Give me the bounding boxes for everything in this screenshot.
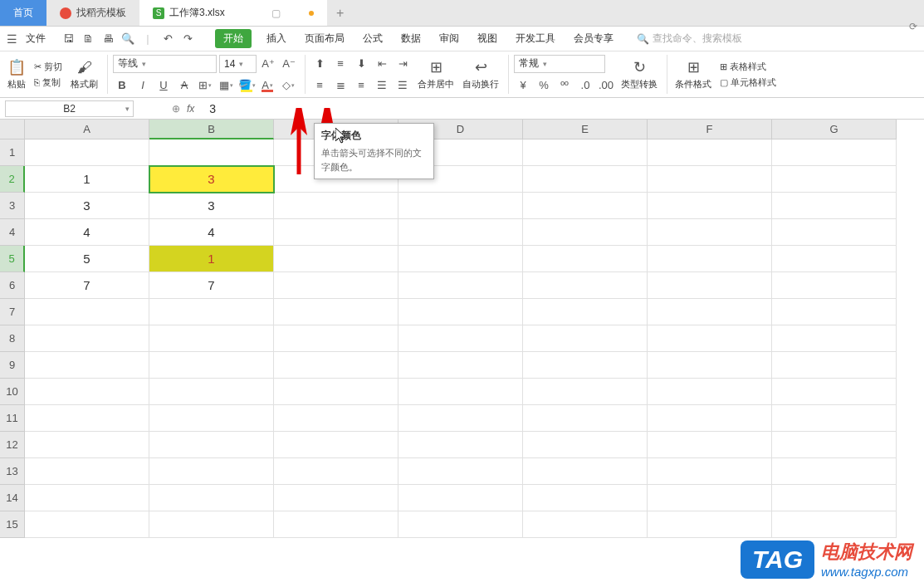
ribbon-tab-formulas[interactable]: 公式 xyxy=(359,30,386,47)
cell-G2[interactable] xyxy=(772,166,897,193)
align-bottom-icon[interactable]: ⬇ xyxy=(352,55,370,73)
align-middle-icon[interactable]: ≡ xyxy=(331,55,350,73)
tab-workbook[interactable]: S 工作簿3.xlsx ▢ xyxy=(139,0,327,26)
cell-F15[interactable] xyxy=(648,511,772,538)
table-style-button[interactable]: ⊞表格样式 xyxy=(717,60,779,74)
cell-G6[interactable] xyxy=(772,272,897,299)
copy-button[interactable]: ⎘复制 xyxy=(32,76,65,90)
border-icon[interactable]: ⊞ xyxy=(196,76,214,95)
cell-F8[interactable] xyxy=(648,325,772,352)
tab-home[interactable]: 首页 xyxy=(0,0,46,26)
cell-A15[interactable] xyxy=(25,511,149,538)
cell-G3[interactable] xyxy=(772,193,897,219)
cell-C5[interactable] xyxy=(274,246,398,272)
cell-A12[interactable] xyxy=(25,432,149,458)
cell-E8[interactable] xyxy=(523,325,648,352)
cell-D15[interactable] xyxy=(398,511,523,538)
cell-E12[interactable] xyxy=(523,432,648,458)
cell-B13[interactable] xyxy=(149,458,274,485)
cell-E4[interactable] xyxy=(523,219,648,246)
hamburger-icon[interactable]: ☰ xyxy=(7,32,17,46)
indent-decrease-icon[interactable]: ⇤ xyxy=(373,55,391,73)
cell-F13[interactable] xyxy=(648,458,772,485)
cell-E1[interactable] xyxy=(523,139,648,166)
cell-G1[interactable] xyxy=(772,139,897,166)
decrease-font-icon[interactable]: A⁻ xyxy=(280,55,298,73)
cell-G10[interactable] xyxy=(772,379,897,405)
cell-B9[interactable] xyxy=(149,352,274,379)
row-header-1[interactable]: 1 xyxy=(0,139,25,166)
save-as-icon[interactable]: 🗎 xyxy=(81,32,95,46)
cell-G5[interactable] xyxy=(772,246,897,272)
cell-E3[interactable] xyxy=(523,193,648,219)
cell-C15[interactable] xyxy=(274,511,398,538)
cell-D12[interactable] xyxy=(398,432,523,458)
bold-icon[interactable]: B xyxy=(113,76,131,95)
thousands-icon[interactable]: ºº xyxy=(555,76,574,95)
cell-F9[interactable] xyxy=(648,352,772,379)
cell-A14[interactable] xyxy=(25,485,149,511)
conditional-format-button[interactable]: ⊞ 条件格式 xyxy=(672,58,714,90)
save-icon[interactable]: 🖫 xyxy=(61,32,76,46)
cell-B6[interactable]: 7 xyxy=(149,272,274,299)
fill-color-button[interactable]: 🪣 xyxy=(237,76,256,95)
italic-icon[interactable]: I xyxy=(134,76,152,95)
cell-A11[interactable] xyxy=(25,405,149,432)
increase-decimal-icon[interactable]: .00 xyxy=(597,76,615,95)
cell-F10[interactable] xyxy=(648,379,772,405)
cell-F3[interactable] xyxy=(648,193,772,219)
cell-B5[interactable]: 1 xyxy=(149,246,274,272)
preview-icon[interactable]: 🔍 xyxy=(120,32,135,46)
cut-button[interactable]: ✂剪切 xyxy=(32,60,65,74)
row-header-11[interactable]: 11 xyxy=(0,405,25,432)
cell-C14[interactable] xyxy=(274,485,398,511)
cell-E6[interactable] xyxy=(523,272,648,299)
font-size-select[interactable]: 14 xyxy=(219,55,257,73)
cell-A7[interactable] xyxy=(25,299,149,325)
underline-icon[interactable]: U xyxy=(154,76,173,95)
cell-A3[interactable]: 3 xyxy=(25,193,149,219)
cell-G15[interactable] xyxy=(772,511,897,538)
cell-F4[interactable] xyxy=(648,219,772,246)
cell-B10[interactable] xyxy=(149,379,274,405)
ribbon-tab-data[interactable]: 数据 xyxy=(398,30,424,47)
row-header-8[interactable]: 8 xyxy=(0,325,25,352)
cell-A2[interactable]: 1 xyxy=(25,166,149,193)
format-painter-button[interactable]: 🖌 格式刷 xyxy=(68,59,100,90)
cell-style-button[interactable]: ▢单元格样式 xyxy=(717,76,779,90)
cell-B12[interactable] xyxy=(149,432,274,458)
currency-icon[interactable]: ¥ xyxy=(514,76,532,95)
cell-G9[interactable] xyxy=(772,352,897,379)
cell-F1[interactable] xyxy=(648,139,772,166)
percent-icon[interactable]: % xyxy=(535,76,553,95)
cell-D10[interactable] xyxy=(398,379,523,405)
cell-F2[interactable] xyxy=(648,166,772,193)
cell-C3[interactable] xyxy=(274,193,398,219)
cell-C10[interactable] xyxy=(274,379,398,405)
cell-fill-icon[interactable]: ▦ xyxy=(217,76,235,95)
cell-G14[interactable] xyxy=(772,485,897,511)
fx-label[interactable]: fx xyxy=(187,103,194,115)
font-select[interactable]: 等线 xyxy=(113,55,217,73)
cell-E7[interactable] xyxy=(523,299,648,325)
cell-D3[interactable] xyxy=(398,193,523,219)
cell-D4[interactable] xyxy=(398,219,523,246)
cell-B2[interactable]: 3 xyxy=(149,166,274,193)
distribute-icon[interactable]: ☰ xyxy=(394,76,412,95)
cell-B15[interactable] xyxy=(149,511,274,538)
ribbon-tab-insert[interactable]: 插入 xyxy=(263,30,290,47)
cell-G13[interactable] xyxy=(772,458,897,485)
cell-B11[interactable] xyxy=(149,405,274,432)
cell-C11[interactable] xyxy=(274,405,398,432)
wrap-text-button[interactable]: ↩ 自动换行 xyxy=(460,58,501,90)
increase-font-icon[interactable]: A⁺ xyxy=(259,55,277,73)
cell-F14[interactable] xyxy=(648,485,772,511)
align-top-icon[interactable]: ⬆ xyxy=(310,55,329,73)
cell-A4[interactable]: 4 xyxy=(25,219,149,246)
cell-B4[interactable]: 4 xyxy=(149,219,274,246)
cell-G8[interactable] xyxy=(772,325,897,352)
cell-F7[interactable] xyxy=(648,299,772,325)
justify-icon[interactable]: ☰ xyxy=(373,76,391,95)
cell-E14[interactable] xyxy=(523,485,648,511)
col-header-E[interactable]: E xyxy=(523,120,648,139)
